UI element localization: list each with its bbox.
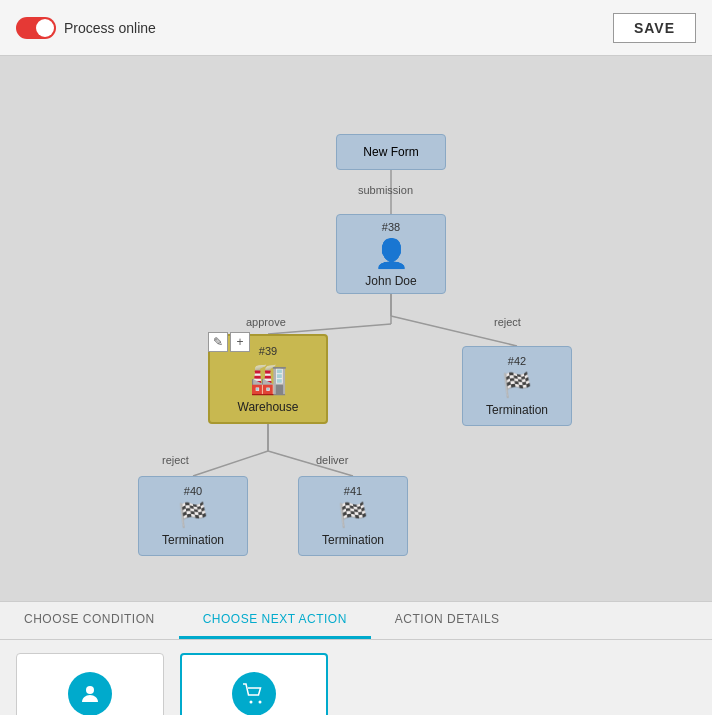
john-doe-id: #38 [382, 221, 400, 233]
req-approval-card[interactable]: Req Approval [16, 653, 164, 716]
flag-42-icon: 🏁 [502, 371, 532, 399]
header: Process online SAVE [0, 0, 712, 56]
edge-label-submission: submission [358, 184, 413, 196]
term40-title: Termination [162, 533, 224, 547]
edit-button[interactable]: ✎ [208, 332, 228, 352]
edge-label-reject-top: reject [494, 316, 521, 328]
warehouse-id: #39 [259, 345, 277, 357]
term41-id: #41 [344, 485, 362, 497]
person-icon: 👤 [374, 237, 409, 270]
termination-40-node[interactable]: #40 🏁 Termination [138, 476, 248, 556]
svg-point-11 [259, 700, 262, 703]
new-form-label: New Form [363, 145, 418, 159]
add-button[interactable]: + [230, 332, 250, 352]
john-doe-title: John Doe [365, 274, 416, 288]
warehouse-controls: ✎ + [208, 332, 250, 352]
process-online-toggle[interactable] [16, 17, 56, 39]
term42-id: #42 [508, 355, 526, 367]
edge-label-deliver: deliver [316, 454, 348, 466]
term41-title: Termination [322, 533, 384, 547]
save-button[interactable]: SAVE [613, 13, 696, 43]
person-svg-icon [78, 682, 102, 706]
term40-id: #40 [184, 485, 202, 497]
warehouse-icon: 🏭 [250, 361, 287, 396]
workflow-canvas: submission approve reject reject deliver… [0, 56, 712, 601]
warehouse-title: Warehouse [238, 400, 299, 414]
toggle-container: Process online [16, 17, 156, 39]
tab-choose-condition[interactable]: CHOOSE CONDITION [0, 602, 179, 639]
bottom-panel: CHOOSE CONDITION CHOOSE NEXT ACTION ACTI… [0, 601, 712, 715]
termination-41-node[interactable]: #41 🏁 Termination [298, 476, 408, 556]
john-doe-node[interactable]: #38 👤 John Doe [336, 214, 446, 294]
tab-action-details[interactable]: ACTION DETAILS [371, 602, 524, 639]
toggle-label: Process online [64, 20, 156, 36]
termination-42-node[interactable]: #42 🏁 Termination [462, 346, 572, 426]
req-approval-icon [68, 672, 112, 716]
svg-point-9 [86, 686, 94, 694]
svg-line-6 [193, 451, 268, 476]
actions-row: Req Approval Purchase [0, 640, 712, 715]
svg-line-2 [268, 324, 391, 334]
new-form-node[interactable]: New Form [336, 134, 446, 170]
flag-41-icon: 🏁 [338, 501, 368, 529]
svg-point-10 [250, 700, 253, 703]
tab-choose-next-action[interactable]: CHOOSE NEXT ACTION [179, 602, 371, 639]
term42-title: Termination [486, 403, 548, 417]
cart-svg-icon [242, 682, 266, 706]
edge-label-reject-bottom: reject [162, 454, 189, 466]
purchase-card[interactable]: Purchase [180, 653, 328, 716]
flag-40-icon: 🏁 [178, 501, 208, 529]
purchase-icon [232, 672, 276, 716]
edge-label-approve: approve [246, 316, 286, 328]
tabs-row: CHOOSE CONDITION CHOOSE NEXT ACTION ACTI… [0, 602, 712, 640]
